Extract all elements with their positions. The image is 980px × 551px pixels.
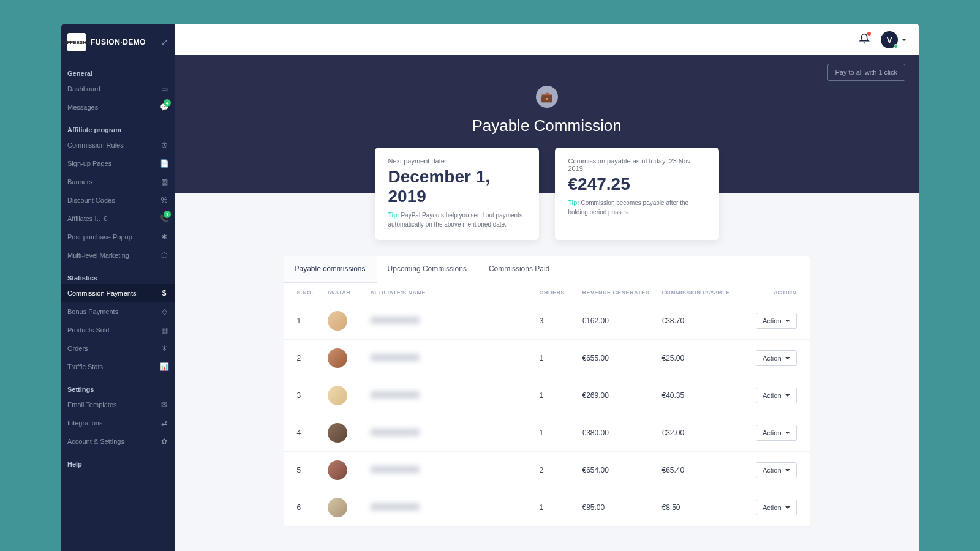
chevron-down-icon bbox=[785, 357, 790, 359]
sidebar: COFFEESHOP FUSION·DEMO ⤢ General Dashboa… bbox=[61, 24, 175, 551]
sidebar-item-dashboard[interactable]: Dashboard ▭ bbox=[61, 80, 175, 98]
sidebar-item-label: Post-purchase Popup bbox=[67, 233, 132, 241]
main-content: V Pay to all with 1 click 💼 Payable Comm… bbox=[175, 24, 919, 551]
cell-revenue: €85.00 bbox=[582, 503, 662, 512]
sidebar-item-products-sold[interactable]: Products Sold ▦ bbox=[61, 321, 175, 339]
affiliate-avatar bbox=[328, 348, 347, 368]
dashboard-icon: ▭ bbox=[160, 84, 168, 93]
chevron-down-icon bbox=[785, 469, 790, 471]
sidebar-item-label: Dashboard bbox=[67, 85, 100, 92]
integrations-icon: ⇄ bbox=[160, 419, 168, 427]
banner-icon: ▨ bbox=[160, 178, 168, 186]
next-payment-date: December 1, 2019 bbox=[388, 167, 526, 206]
chevron-down-icon bbox=[785, 432, 790, 434]
sidebar-item-label: Bonus Payments bbox=[67, 308, 118, 315]
cell-commission: €25.00 bbox=[662, 354, 748, 362]
mlm-icon: ⬡ bbox=[160, 251, 168, 260]
payable-amount: €247.25 bbox=[568, 174, 706, 194]
sidebar-item-label: Messages bbox=[67, 103, 98, 111]
action-button[interactable]: Action bbox=[756, 350, 797, 366]
orders-icon: ☀ bbox=[160, 344, 168, 353]
commissions-table: S.NO. AVATAR AFFILIATE'S NAME ORDERS REV… bbox=[284, 283, 810, 527]
sidebar-item-label: Integrations bbox=[67, 419, 102, 427]
sidebar-item-label: Products Sold bbox=[67, 326, 109, 334]
sidebar-item-mlm[interactable]: Multi-level Marketing ⬡ bbox=[61, 246, 175, 264]
chevron-down-icon bbox=[902, 39, 907, 41]
user-menu[interactable]: V bbox=[881, 31, 907, 48]
cell-orders: 3 bbox=[540, 317, 582, 325]
sidebar-item-commission-rules[interactable]: Commission Rules ♔ bbox=[61, 136, 175, 154]
card-label: Next payment date: bbox=[388, 157, 526, 165]
sidebar-item-banners[interactable]: Banners ▨ bbox=[61, 173, 175, 191]
notification-dot-icon bbox=[867, 32, 871, 36]
action-button[interactable]: Action bbox=[756, 462, 797, 478]
table-row: 4 1 €380.00 €32.00 Action bbox=[284, 414, 810, 452]
sidebar-item-bonus-payments[interactable]: Bonus Payments ◇ bbox=[61, 302, 175, 321]
sidebar-item-messages[interactable]: Messages 💬 4 bbox=[61, 98, 175, 116]
sidebar-item-account-settings[interactable]: Account & Settings ✿ bbox=[61, 432, 175, 451]
affiliate-name-redacted bbox=[371, 466, 420, 473]
action-button[interactable]: Action bbox=[756, 500, 797, 515]
sidebar-item-discount-codes[interactable]: Discount Codes % bbox=[61, 191, 175, 209]
th-sno: S.NO. bbox=[297, 290, 328, 296]
tab-paid[interactable]: Commissions Paid bbox=[478, 256, 560, 283]
sidebar-item-label: Traffic Stats bbox=[67, 363, 103, 370]
table-row: 5 2 €654.00 €65.40 Action bbox=[284, 452, 810, 489]
notifications-button[interactable] bbox=[859, 33, 870, 47]
sidebar-item-label: Email Templates bbox=[67, 401, 117, 408]
rules-icon: ♔ bbox=[160, 141, 168, 149]
cell-commission: €40.35 bbox=[662, 391, 748, 400]
th-revenue: REVENUE GENERATED bbox=[582, 290, 662, 296]
sidebar-item-label: Commission Payments bbox=[67, 290, 136, 297]
sidebar-item-traffic[interactable]: Traffic Stats 📊 bbox=[61, 358, 175, 376]
topbar: V bbox=[175, 24, 919, 55]
messages-badge: 4 bbox=[164, 99, 171, 107]
section-general: General bbox=[61, 64, 175, 80]
table-row: 1 3 €162.00 €38.70 Action bbox=[284, 302, 810, 340]
cell-revenue: €654.00 bbox=[582, 466, 662, 474]
pay-all-button[interactable]: Pay to all with 1 click bbox=[827, 64, 905, 81]
sidebar-item-affiliates[interactable]: Affiliates I…€ 📞 1 bbox=[61, 209, 175, 228]
sidebar-item-orders[interactable]: Orders ☀ bbox=[61, 339, 175, 358]
cell-orders: 1 bbox=[540, 354, 582, 362]
sidebar-item-integrations[interactable]: Integrations ⇄ bbox=[61, 414, 175, 432]
sidebar-item-signup-pages[interactable]: Sign-up Pages 📄 bbox=[61, 154, 175, 173]
page-title: Payable Commission bbox=[199, 116, 894, 135]
cell-commission: €38.70 bbox=[662, 317, 748, 325]
sidebar-item-label: Affiliates I…€ bbox=[67, 215, 107, 222]
table-header: S.NO. AVATAR AFFILIATE'S NAME ORDERS REV… bbox=[284, 283, 810, 302]
action-button[interactable]: Action bbox=[756, 388, 797, 403]
cell-sno: 3 bbox=[297, 391, 328, 400]
sidebar-collapse-icon[interactable]: ⤢ bbox=[161, 37, 168, 47]
affiliate-name-redacted bbox=[371, 503, 420, 511]
tabs: Payable commissions Upcoming Commissions… bbox=[284, 256, 810, 283]
chevron-down-icon bbox=[785, 506, 790, 509]
cell-sno: 5 bbox=[297, 466, 328, 474]
sidebar-header: COFFEESHOP FUSION·DEMO ⤢ bbox=[61, 24, 175, 60]
sidebar-item-post-purchase[interactable]: Post-purchase Popup ✱ bbox=[61, 228, 175, 246]
sidebar-item-email-templates[interactable]: Email Templates ✉ bbox=[61, 395, 175, 414]
next-payment-card: Next payment date: December 1, 2019 Tip:… bbox=[375, 148, 539, 240]
tab-payable[interactable]: Payable commissions bbox=[284, 256, 377, 283]
th-action: ACTION bbox=[748, 290, 797, 296]
table-card: Payable commissions Upcoming Commissions… bbox=[284, 256, 810, 527]
section-help: Help bbox=[61, 454, 175, 470]
cell-commission: €65.40 bbox=[662, 466, 748, 474]
action-button[interactable]: Action bbox=[756, 425, 797, 441]
content-area: Payable commissions Upcoming Commissions… bbox=[175, 240, 919, 551]
section-statistics: Statistics bbox=[61, 268, 175, 284]
mail-icon: ✉ bbox=[160, 400, 168, 409]
th-avatar: AVATAR bbox=[328, 290, 371, 296]
cell-commission: €8.50 bbox=[662, 503, 748, 512]
cell-sno: 6 bbox=[297, 503, 328, 512]
tab-upcoming[interactable]: Upcoming Commissions bbox=[377, 256, 478, 283]
chevron-down-icon bbox=[785, 320, 790, 322]
table-row: 3 1 €269.00 €40.35 Action bbox=[284, 377, 810, 414]
card-tip: Tip: PayPal Payouts help you send out pa… bbox=[388, 211, 526, 229]
action-button[interactable]: Action bbox=[756, 313, 797, 329]
avatar: V bbox=[881, 31, 898, 48]
affiliate-avatar bbox=[328, 423, 347, 443]
gear-icon: ✿ bbox=[160, 437, 168, 446]
affiliate-avatar bbox=[328, 311, 347, 331]
sidebar-item-commission-payments[interactable]: Commission Payments $ bbox=[61, 284, 175, 302]
